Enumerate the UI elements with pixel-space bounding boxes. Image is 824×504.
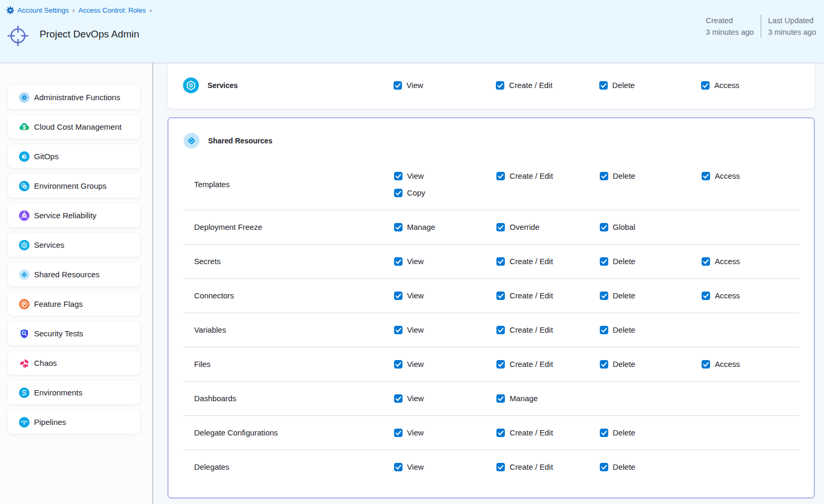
svg-text:$: $ — [23, 123, 26, 130]
